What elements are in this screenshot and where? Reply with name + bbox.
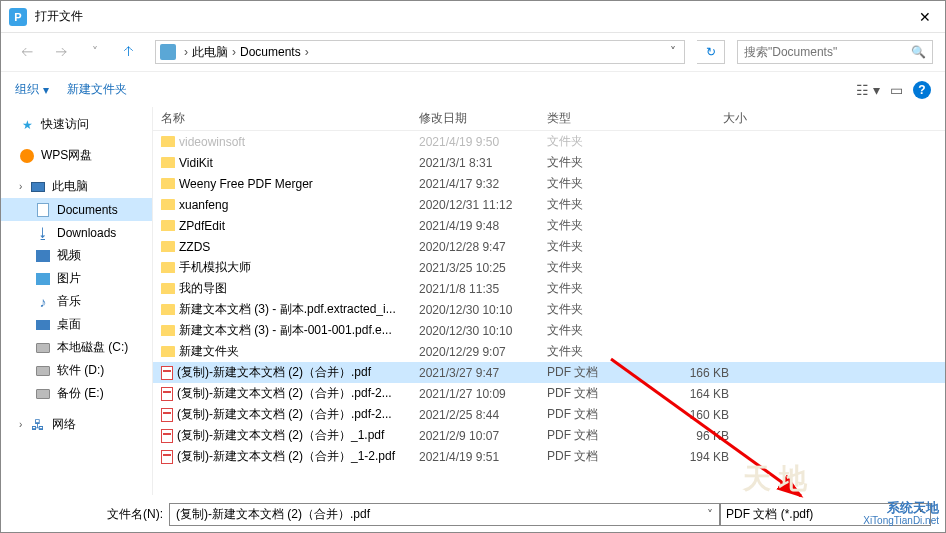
file-type: 文件夹 [541,280,653,297]
folder-icon [161,199,175,210]
up-button[interactable]: 🡡 [115,39,143,65]
sidebar-item-label: 软件 (D:) [57,362,104,379]
breadcrumb-dropdown[interactable]: ˅ [666,45,680,59]
file-row[interactable]: (复制)-新建文本文档 (2)（合并）.pdf-2...2021/1/27 10… [153,383,945,404]
back-button[interactable]: 🡠 [13,39,41,65]
file-row[interactable]: (复制)-新建文本文档 (2)（合并）.pdf-2...2021/2/25 8:… [153,404,945,425]
file-date: 2021/4/17 9:32 [413,177,541,191]
sidebar-item[interactable]: ♪音乐 [1,290,152,313]
file-row[interactable]: Weeny Free PDF Merger2021/4/17 9:32文件夹 [153,173,945,194]
file-type: 文件夹 [541,154,653,171]
search-input[interactable] [744,45,911,59]
sidebar-item[interactable]: ›此电脑 [1,175,152,198]
preview-pane-button[interactable]: ▭ [890,82,903,98]
file-type: 文件夹 [541,133,653,150]
file-row[interactable]: ZPdfEdit2021/4/19 9:48文件夹 [153,215,945,236]
file-name: 我的导图 [179,280,227,297]
folder-icon [161,346,175,357]
file-type: PDF 文档 [541,364,653,381]
bottom-panel: 文件名(N): ˅ PDF 文档 (*.pdf) ˅ 选项... 打开 取消 [1,495,945,533]
folder-icon [161,157,175,168]
organize-menu[interactable]: 组织 ▾ [15,81,49,98]
sidebar-item[interactable]: 本地磁盘 (C:) [1,336,152,359]
file-date: 2021/4/19 9:51 [413,450,541,464]
search-box[interactable]: 🔍 [737,40,933,64]
pdf-icon [161,408,173,422]
sidebar-item[interactable]: Documents [1,198,152,221]
file-size: 166 KB [653,366,753,380]
file-row[interactable]: xuanfeng2020/12/31 11:12文件夹 [153,194,945,215]
chevron-down-icon: ˅ [918,508,924,522]
file-row[interactable]: 手机模拟大师2021/3/25 10:25文件夹 [153,257,945,278]
sidebar-item[interactable]: 备份 (E:) [1,382,152,405]
file-type: 文件夹 [541,301,653,318]
file-name: VidiKit [179,156,213,170]
pc-icon [30,179,46,195]
view-options-button[interactable]: ☷ ▾ [856,82,880,98]
sidebar-item[interactable]: 软件 (D:) [1,359,152,382]
close-button[interactable]: ✕ [913,9,937,25]
sidebar-item[interactable]: 桌面 [1,313,152,336]
sidebar-item[interactable]: ⭳Downloads [1,221,152,244]
file-row[interactable]: 我的导图2021/1/8 11:35文件夹 [153,278,945,299]
sidebar-item[interactable]: 图片 [1,267,152,290]
file-name: 手机模拟大师 [179,259,251,276]
window-title: 打开文件 [35,8,913,25]
file-type: 文件夹 [541,322,653,339]
pdf-icon [161,429,173,443]
file-row[interactable]: VidiKit2021/3/1 8:31文件夹 [153,152,945,173]
file-date: 2021/2/25 8:44 [413,408,541,422]
file-row[interactable]: videowinsoft2021/4/19 9:50文件夹 [153,131,945,152]
file-name: videowinsoft [179,135,245,149]
chevron-right-icon: › [305,45,309,59]
title-bar: P 打开文件 ✕ [1,1,945,33]
file-date: 2020/12/29 9:07 [413,345,541,359]
search-icon[interactable]: 🔍 [911,45,926,59]
help-button[interactable]: ? [913,81,931,99]
column-date[interactable]: 修改日期 [413,110,541,127]
pc-icon [160,44,176,60]
sidebar-item-label: 网络 [52,416,76,433]
file-date: 2021/4/19 9:50 [413,135,541,149]
main-content: ★快速访问WPS网盘›此电脑Documents⭳Downloads视频图片♪音乐… [1,107,945,495]
file-type-filter[interactable]: PDF 文档 (*.pdf) ˅ [719,503,931,526]
folder-icon [161,283,175,294]
breadcrumb[interactable]: › 此电脑 › Documents › ˅ [155,40,685,64]
column-type[interactable]: 类型 [541,110,653,127]
file-type: 文件夹 [541,196,653,213]
sidebar-item[interactable]: WPS网盘 [1,144,152,167]
file-row[interactable]: 新建文件夹2020/12/29 9:07文件夹 [153,341,945,362]
column-size[interactable]: 大小 [653,110,753,127]
forward-button[interactable]: 🡢 [47,39,75,65]
file-type: 文件夹 [541,238,653,255]
file-type: PDF 文档 [541,385,653,402]
file-row[interactable]: (复制)-新建文本文档 (2)（合并）_1.pdf2021/2/9 10:07P… [153,425,945,446]
toolbar: 组织 ▾ 新建文件夹 ☷ ▾ ▭ ? [1,71,945,107]
file-name: (复制)-新建文本文档 (2)（合并）_1-2.pdf [177,448,395,465]
refresh-button[interactable]: ↻ [697,40,725,64]
sidebar-item[interactable]: 视频 [1,244,152,267]
breadcrumb-root[interactable]: 此电脑 [192,44,228,61]
file-row[interactable]: 新建文本文档 (3) - 副本-001-001.pdf.e...2020/12/… [153,320,945,341]
file-name: 新建文件夹 [179,343,239,360]
folder-icon [161,304,175,315]
breadcrumb-folder[interactable]: Documents [240,45,301,59]
column-name[interactable]: 名称 [155,110,413,127]
file-type: 文件夹 [541,259,653,276]
file-row[interactable]: 新建文本文档 (3) - 副本.pdf.extracted_i...2020/1… [153,299,945,320]
filename-input[interactable] [169,503,721,526]
file-row[interactable]: ZZDS2020/12/28 9:47文件夹 [153,236,945,257]
new-folder-button[interactable]: 新建文件夹 [67,81,127,98]
sidebar: ★快速访问WPS网盘›此电脑Documents⭳Downloads视频图片♪音乐… [1,107,153,495]
file-row[interactable]: (复制)-新建文本文档 (2)（合并）.pdf2021/3/27 9:47PDF… [153,362,945,383]
recent-dropdown[interactable]: ˅ [81,39,109,65]
file-type: PDF 文档 [541,427,653,444]
chevron-right-icon: › [184,45,188,59]
sidebar-item[interactable]: ★快速访问 [1,113,152,136]
sidebar-item[interactable]: ›🖧网络 [1,413,152,436]
file-row[interactable]: (复制)-新建文本文档 (2)（合并）_1-2.pdf2021/4/19 9:5… [153,446,945,467]
net-icon: 🖧 [30,417,46,433]
file-size: 96 KB [653,429,753,443]
file-name: 新建文本文档 (3) - 副本.pdf.extracted_i... [179,301,396,318]
folder-icon [161,325,175,336]
